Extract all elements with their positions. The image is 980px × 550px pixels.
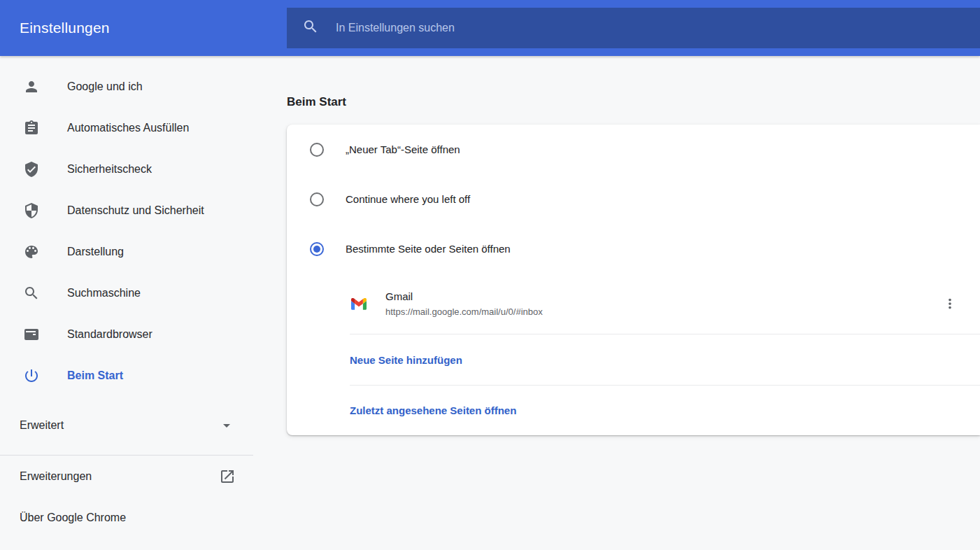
gmail-favicon-icon <box>351 298 367 310</box>
sidebar-item-label: Suchmaschine <box>67 287 141 299</box>
sidebar-advanced-toggle[interactable]: Erweitert <box>0 404 287 446</box>
radio-open-specific-pages[interactable]: Bestimmte Seite oder Seiten öffnen <box>287 224 980 274</box>
radio-label: Bestimmte Seite oder Seiten öffnen <box>346 243 511 255</box>
palette-icon <box>23 244 40 260</box>
search-icon <box>302 18 319 38</box>
radio-button-selected-icon[interactable] <box>310 242 324 256</box>
search-icon <box>23 285 40 302</box>
sidebar-item-label: Google und ich <box>67 80 143 93</box>
sidebar-item-about-chrome[interactable]: Über Google Chrome <box>0 497 287 538</box>
power-icon <box>23 367 40 384</box>
main-content: Beim Start „Neuer Tab“-Seite öffnen Cont… <box>287 56 980 550</box>
add-new-page-link[interactable]: Neue Seite hinzufügen <box>350 354 462 366</box>
advanced-label: Erweitert <box>20 419 64 432</box>
search-box[interactable] <box>287 8 980 48</box>
person-icon <box>23 78 40 95</box>
extensions-label: Erweiterungen <box>20 470 92 483</box>
add-new-page-row[interactable]: Neue Seite hinzufügen <box>287 334 980 385</box>
startup-page-title: Gmail <box>385 290 543 302</box>
chevron-down-icon <box>218 417 235 434</box>
sidebar-item-autofill[interactable]: Automatisches Ausfüllen <box>0 107 287 148</box>
radio-button-icon[interactable] <box>310 143 324 157</box>
sidebar-item-label: Sicherheitscheck <box>67 163 152 176</box>
sidebar-item-appearance[interactable]: Darstellung <box>0 231 287 272</box>
sidebar-item-label: Automatisches Ausfüllen <box>67 122 189 134</box>
startup-page-info: Gmail https://mail.google.com/mail/u/0/#… <box>385 290 543 317</box>
sidebar-item-label: Beim Start <box>67 369 123 382</box>
section-title: Beim Start <box>287 95 346 109</box>
external-link-icon <box>219 468 236 485</box>
sidebar-item-label: Datenschutz und Sicherheit <box>67 204 204 217</box>
sidebar: Google und ich Automatisches Ausfüllen S… <box>0 56 287 538</box>
page-title: Einstellungen <box>20 0 110 56</box>
sidebar-item-label: Standardbrowser <box>67 328 152 341</box>
sidebar-item-safety-check[interactable]: Sicherheitscheck <box>0 148 287 190</box>
kebab-menu-icon <box>942 296 958 311</box>
sidebar-item-on-startup[interactable]: Beim Start <box>0 355 287 396</box>
use-current-pages-row[interactable]: Zuletzt angesehene Seiten öffnen <box>287 386 980 435</box>
startup-page-url: https://mail.google.com/mail/u/0/#inbox <box>385 306 543 317</box>
browser-window-icon <box>23 326 40 343</box>
more-actions-button[interactable] <box>937 291 963 316</box>
use-current-pages-link[interactable]: Zuletzt angesehene Seiten öffnen <box>350 404 516 416</box>
radio-continue-where-left-off[interactable]: Continue where you left off <box>287 174 980 224</box>
radio-label: Continue where you left off <box>346 193 470 205</box>
radio-open-new-tab-page[interactable]: „Neuer Tab“-Seite öffnen <box>287 125 980 174</box>
settings-search-input[interactable] <box>336 22 980 34</box>
sidebar-item-privacy-security[interactable]: Datenschutz und Sicherheit <box>0 190 287 231</box>
sidebar-item-google-und-ich[interactable]: Google und ich <box>0 66 287 107</box>
sidebar-item-default-browser[interactable]: Standardbrowser <box>0 313 287 355</box>
radio-label: „Neuer Tab“-Seite öffnen <box>346 143 460 155</box>
radio-button-icon[interactable] <box>310 192 324 206</box>
settings-header: Einstellungen <box>0 0 980 56</box>
on-startup-card: „Neuer Tab“-Seite öffnen Continue where … <box>287 125 980 435</box>
sidebar-item-extensions[interactable]: Erweiterungen <box>0 456 287 497</box>
startup-page-row: Gmail https://mail.google.com/mail/u/0/#… <box>287 274 980 334</box>
sidebar-item-label: Darstellung <box>67 246 124 258</box>
shield-half-icon <box>23 202 40 219</box>
shield-check-icon <box>23 161 40 178</box>
about-label: Über Google Chrome <box>20 512 126 524</box>
sidebar-item-search-engine[interactable]: Suchmaschine <box>0 272 287 313</box>
clipboard-icon <box>23 120 40 136</box>
